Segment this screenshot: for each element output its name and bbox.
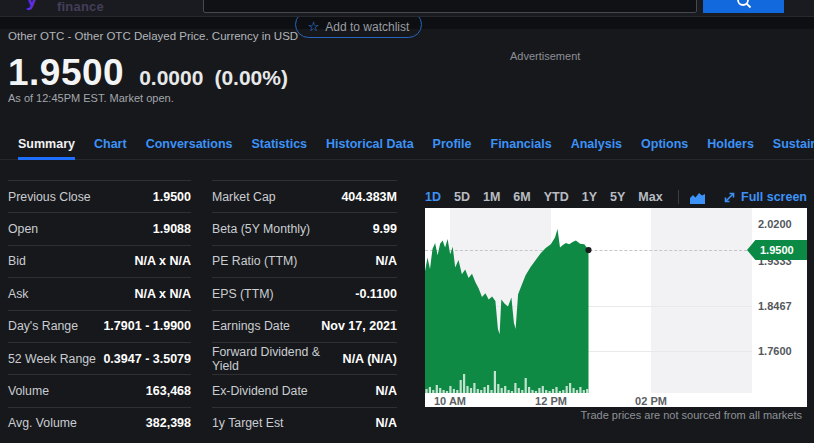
summary-stats-table-right: Market Cap404.383M Beta (5Y Monthly)9.99… bbox=[212, 180, 397, 439]
table-row: Market Cap404.383M bbox=[212, 180, 397, 212]
price-row: 1.9500 0.0000 (0.00%) bbox=[8, 52, 288, 94]
yahoo-logo-icon[interactable]: y bbox=[26, 0, 44, 11]
tab-sustainability[interactable]: Sustainability bbox=[773, 131, 814, 159]
x-axis-label: 12 PM bbox=[535, 395, 567, 407]
stat-label: 52 Week Range bbox=[8, 352, 96, 366]
table-row: PE Ratio (TTM)N/A bbox=[212, 245, 397, 277]
stat-label: Open bbox=[8, 222, 38, 236]
price-change: 0.0000 bbox=[139, 66, 203, 90]
range-max[interactable]: Max bbox=[638, 190, 662, 204]
table-row: Avg. Volume382,398 bbox=[8, 407, 191, 439]
table-row: Open1.9088 bbox=[8, 212, 191, 244]
range-1d[interactable]: 1D bbox=[425, 190, 441, 204]
tab-financials[interactable]: Financials bbox=[491, 131, 552, 159]
stat-value: N/A x N/A bbox=[135, 287, 192, 301]
range-1y[interactable]: 1Y bbox=[582, 190, 597, 204]
stat-value: 1.9500 bbox=[153, 190, 191, 204]
table-row: Beta (5Y Monthly)9.99 bbox=[212, 212, 397, 244]
as-of-timestamp: As of 12:45PM EST. Market open. bbox=[8, 92, 174, 104]
stat-label: Avg. Volume bbox=[8, 416, 77, 430]
search-button[interactable] bbox=[703, 0, 784, 13]
advertisement-label: Advertisement bbox=[510, 50, 580, 62]
stat-label: Ex-Dividend Date bbox=[212, 384, 308, 398]
range-6m[interactable]: 6M bbox=[513, 190, 530, 204]
table-row: AskN/A x N/A bbox=[8, 277, 191, 309]
stat-value: 1.9088 bbox=[153, 222, 191, 236]
stat-value: 1.7901 - 1.9900 bbox=[103, 319, 191, 333]
stat-value: N/A x N/A bbox=[135, 254, 192, 268]
table-row: 52 Week Range0.3947 - 3.5079 bbox=[8, 342, 191, 374]
stat-value: 9.99 bbox=[373, 222, 397, 236]
stat-value: 404.383M bbox=[341, 190, 397, 204]
table-row: EPS (TTM)-0.1100 bbox=[212, 277, 397, 309]
tab-chart[interactable]: Chart bbox=[94, 131, 127, 159]
range-5d[interactable]: 5D bbox=[454, 190, 470, 204]
tab-conversations[interactable]: Conversations bbox=[146, 131, 233, 159]
stat-label: Forward Dividend & Yield bbox=[212, 345, 330, 373]
range-1m[interactable]: 1M bbox=[483, 190, 500, 204]
stat-label: 1y Target Est bbox=[212, 416, 284, 430]
tab-profile[interactable]: Profile bbox=[433, 131, 472, 159]
stat-label: Market Cap bbox=[212, 190, 276, 204]
stat-label: PE Ratio (TTM) bbox=[212, 254, 297, 268]
table-row: Forward Dividend & YieldN/A (N/A) bbox=[212, 342, 397, 374]
tab-analysis[interactable]: Analysis bbox=[571, 131, 622, 159]
stat-value: -0.1100 bbox=[355, 287, 397, 301]
search-input[interactable] bbox=[203, 0, 697, 13]
expand-arrows-icon bbox=[723, 191, 736, 204]
range-ytd[interactable]: YTD bbox=[544, 190, 569, 204]
tab-options[interactable]: Options bbox=[641, 131, 688, 159]
table-row: Earnings DateNov 17, 2021 bbox=[212, 310, 397, 342]
top-navigation-bar: y finance bbox=[0, 0, 814, 17]
star-icon: ☆ bbox=[308, 19, 320, 34]
stat-value: 382,398 bbox=[146, 416, 191, 430]
stat-label: Beta (5Y Monthly) bbox=[212, 222, 310, 236]
table-row: BidN/A x N/A bbox=[8, 245, 191, 277]
stat-value: Nov 17, 2021 bbox=[321, 319, 397, 333]
price-area-series bbox=[425, 208, 752, 393]
stat-label: Earnings Date bbox=[212, 319, 290, 333]
price-change-percent: (0.00%) bbox=[214, 66, 288, 90]
y-axis-label: 2.0200 bbox=[758, 218, 807, 230]
intraday-price-chart[interactable]: 2.0200 1.9333 1.8467 1.7600 1.9500 10 AM… bbox=[425, 208, 807, 407]
stat-label: Ask bbox=[8, 287, 29, 301]
x-axis-label: 10 AM bbox=[434, 395, 466, 407]
table-row: Previous Close1.9500 bbox=[8, 180, 191, 212]
fullscreen-label: Full screen bbox=[741, 190, 807, 204]
tab-summary[interactable]: Summary bbox=[18, 131, 75, 159]
fullscreen-button[interactable]: Full screen bbox=[723, 190, 807, 204]
y-axis-label: 1.7600 bbox=[758, 345, 807, 357]
stat-label: Bid bbox=[8, 254, 26, 268]
x-axis-label: 02 PM bbox=[635, 395, 667, 407]
stat-value: N/A (N/A) bbox=[343, 352, 397, 366]
tab-holders[interactable]: Holders bbox=[707, 131, 754, 159]
tab-statistics[interactable]: Statistics bbox=[251, 131, 307, 159]
current-price: 1.9500 bbox=[8, 52, 124, 94]
stat-value: N/A bbox=[375, 416, 397, 430]
y-axis-label: 1.8467 bbox=[758, 300, 807, 312]
chart-footnote: Trade prices are not sourced from all ma… bbox=[580, 409, 802, 421]
current-price-badge: 1.9500 bbox=[747, 240, 807, 260]
stat-value: 163,468 bbox=[146, 384, 191, 398]
exchange-subtitle: Other OTC - Other OTC Delayed Price. Cur… bbox=[8, 30, 298, 42]
area-chart-type-icon[interactable] bbox=[689, 190, 706, 205]
stat-label: EPS (TTM) bbox=[212, 287, 273, 301]
table-row: 1y Target EstN/A bbox=[212, 407, 397, 439]
table-row: Day's Range1.7901 - 1.9900 bbox=[8, 310, 191, 342]
finance-logo-text[interactable]: finance bbox=[57, 0, 104, 14]
toolbar-divider bbox=[678, 190, 679, 204]
range-5y[interactable]: 5Y bbox=[610, 190, 625, 204]
table-row: Ex-Dividend DateN/A bbox=[212, 374, 397, 406]
stat-value: N/A bbox=[375, 254, 397, 268]
table-row: Volume163,468 bbox=[8, 374, 191, 406]
stat-value: N/A bbox=[375, 384, 397, 398]
stat-label: Day's Range bbox=[8, 319, 78, 333]
search-icon bbox=[734, 0, 754, 12]
chart-range-toolbar: 1D 5D 1M 6M YTD 1Y 5Y Max Full screen bbox=[425, 187, 807, 207]
watchlist-label: Add to watchlist bbox=[325, 20, 409, 34]
stat-value: 0.3947 - 3.5079 bbox=[103, 352, 191, 366]
summary-stats-table-left: Previous Close1.9500 Open1.9088 BidN/A x… bbox=[8, 180, 191, 439]
stat-label: Previous Close bbox=[8, 190, 91, 204]
tab-historical-data[interactable]: Historical Data bbox=[326, 131, 414, 159]
quote-tabs: Summary Chart Conversations Statistics H… bbox=[0, 131, 814, 160]
